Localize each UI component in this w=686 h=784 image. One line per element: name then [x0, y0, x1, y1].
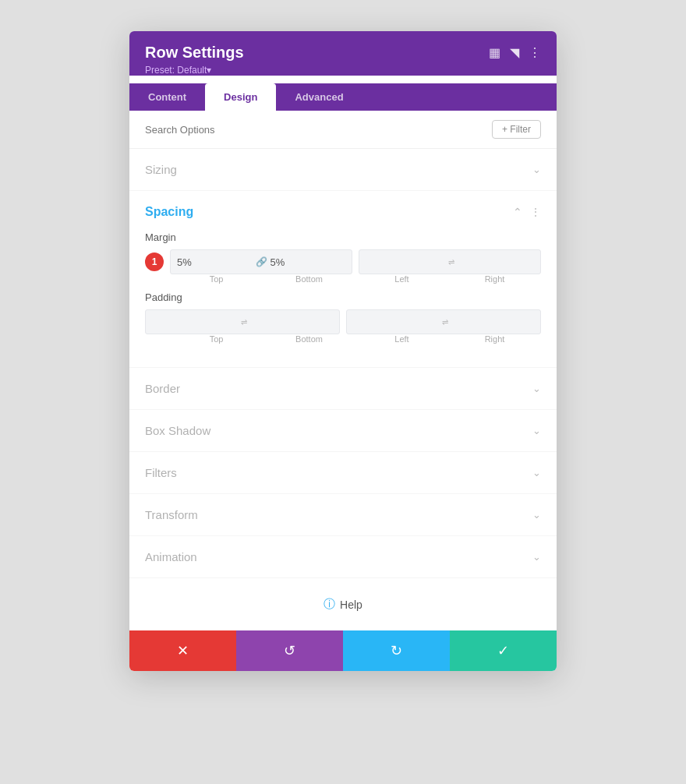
search-bar: + Filter [129, 111, 557, 149]
margin-top-label: Top [170, 274, 263, 284]
padding-top-label: Top [170, 334, 263, 344]
padding-left-right-field[interactable]: ⇌ [346, 309, 541, 334]
section-transform[interactable]: Transform ⌄ [129, 494, 557, 536]
padding-top-responsive-icon: ⇌ [241, 318, 247, 327]
sizing-chevron-icon: ⌄ [532, 164, 541, 175]
modal-header: Row Settings ▦ ◥ ⋮ Preset: Default▾ [129, 31, 557, 76]
header-top: Row Settings ▦ ◥ ⋮ [145, 44, 541, 62]
redo-button[interactable]: ↻ [343, 630, 450, 671]
tab-design[interactable]: Design [205, 83, 276, 111]
margin-bottom-value: 5% [271, 256, 346, 268]
help-section: ⓘ Help [129, 578, 557, 630]
spacing-header-icons: ⌃ ⋮ [513, 206, 541, 218]
margin-left-label: Left [355, 274, 448, 284]
transform-chevron-icon: ⌄ [532, 509, 541, 521]
tabs-bar: Content Design Advanced [129, 83, 557, 111]
section-sizing[interactable]: Sizing ⌄ [129, 149, 557, 191]
section-box-shadow[interactable]: Box Shadow ⌄ [129, 410, 557, 452]
tab-content[interactable]: Content [129, 83, 205, 111]
border-chevron-icon: ⌄ [532, 383, 541, 394]
responsive-icon[interactable]: ▦ [489, 45, 500, 60]
padding-lr-responsive-icon: ⇌ [442, 318, 448, 327]
spacing-collapse-icon[interactable]: ⌃ [513, 206, 522, 218]
action-bar: ✕ ↺ ↻ ✓ [129, 630, 557, 671]
margin-right-label: Right [448, 274, 541, 284]
modal-body: + Filter Sizing ⌄ Spacing ⌃ ⋮ Margin 1 [129, 111, 557, 630]
box-shadow-chevron-icon: ⌄ [532, 425, 541, 436]
animation-chevron-icon: ⌄ [532, 551, 541, 563]
save-button[interactable]: ✓ [450, 630, 557, 671]
border-label: Border [145, 382, 180, 395]
layout-icon[interactable]: ◥ [510, 45, 519, 60]
header-icons: ▦ ◥ ⋮ [489, 45, 541, 60]
margin-bottom-label: Bottom [263, 274, 355, 284]
help-text[interactable]: Help [340, 599, 362, 611]
box-shadow-label: Box Shadow [145, 424, 210, 437]
margin-row: 1 5% 🔗 5% ⇌ [145, 249, 541, 274]
padding-label: Padding [145, 291, 541, 303]
filters-chevron-icon: ⌄ [532, 467, 541, 479]
margin-top-field[interactable]: 5% 🔗 5% [170, 249, 352, 274]
transform-label: Transform [145, 508, 198, 521]
row-settings-modal: Row Settings ▦ ◥ ⋮ Preset: Default▾ Cont… [129, 31, 557, 671]
section-border[interactable]: Border ⌄ [129, 368, 557, 410]
margin-sub-labels: Top Bottom Left Right [145, 274, 541, 284]
undo-button[interactable]: ↺ [236, 630, 343, 671]
spacing-section: Spacing ⌃ ⋮ Margin 1 5% 🔗 5% [129, 191, 557, 368]
margin-left-right-field[interactable]: ⇌ [359, 249, 541, 274]
spacing-title: Spacing [145, 205, 193, 219]
spacing-header: Spacing ⌃ ⋮ [145, 191, 541, 227]
padding-top-field[interactable]: ⇌ [145, 309, 340, 334]
margin-label: Margin [145, 231, 541, 243]
preset-label[interactable]: Preset: Default▾ [145, 65, 541, 76]
more-icon[interactable]: ⋮ [529, 45, 541, 60]
margin-responsive-icon: ⇌ [448, 258, 454, 267]
tab-advanced[interactable]: Advanced [276, 83, 362, 111]
section-animation[interactable]: Animation ⌄ [129, 536, 557, 578]
search-input[interactable] [145, 124, 492, 136]
section-filters[interactable]: Filters ⌄ [129, 452, 557, 494]
sizing-label: Sizing [145, 163, 177, 176]
filter-button[interactable]: + Filter [492, 120, 541, 139]
padding-fields: ⇌ ⇌ [145, 309, 541, 334]
link-icon[interactable]: 🔗 [256, 256, 267, 267]
filters-label: Filters [145, 466, 177, 479]
cancel-button[interactable]: ✕ [129, 630, 236, 671]
animation-label: Animation [145, 550, 197, 563]
margin-top-value: 5% [177, 256, 253, 268]
spacing-more-icon[interactable]: ⋮ [530, 206, 541, 218]
padding-left-label: Left [355, 334, 448, 344]
padding-sub-labels: Top Bottom Left Right [145, 334, 541, 344]
margin-fields: 5% 🔗 5% ⇌ [170, 249, 541, 274]
margin-badge: 1 [145, 253, 164, 271]
modal-title: Row Settings [145, 44, 244, 62]
padding-right-label: Right [448, 334, 541, 344]
help-icon: ⓘ [324, 597, 335, 612]
padding-bottom-label: Bottom [263, 334, 355, 344]
